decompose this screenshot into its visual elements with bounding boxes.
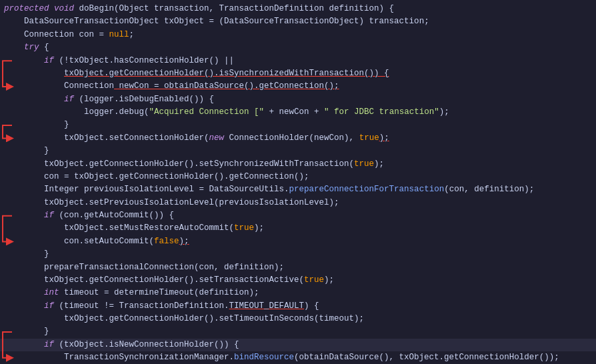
line-3: Connection con = null; — [0, 29, 596, 41]
line-11: txObject.setConnectionHolder(new Connect… — [0, 132, 596, 145]
line-21: prepareTransactionalConnection(con, defi… — [0, 261, 596, 274]
line-23: int timeout = determineTimeout(definitio… — [0, 287, 596, 299]
line-25: txObject.getConnectionHolder().setTimeou… — [0, 313, 596, 325]
line-15: Integer previousIsolationLevel = DataSou… — [0, 183, 596, 196]
line-9: logger.debug("Acquired Connection [" + n… — [0, 106, 596, 119]
line-1: protected void doBegin(Object transactio… — [0, 3, 596, 15]
line-8: if (logger.isDebugEnabled()) { — [0, 93, 596, 106]
line-24: if (timeout != TransactionDefinition.TIM… — [0, 300, 596, 313]
line-26: } — [0, 325, 596, 338]
line-7: Connection newCon = obtainDataSource().g… — [0, 80, 596, 93]
code-area: protected void doBegin(Object transactio… — [0, 0, 596, 364]
line-14: con = txObject.getConnectionHolder().get… — [0, 171, 596, 183]
line-5: if (!txObject.hasConnectionHolder() || — [0, 55, 596, 67]
line-13: txObject.getConnectionHolder().setSynchr… — [0, 158, 596, 171]
line-19: con.setAutoCommit(false); — [0, 235, 596, 248]
line-2: DataSourceTransactionObject txObject = (… — [0, 15, 596, 28]
line-28: TransactionSynchronizationManager.bindRe… — [0, 351, 596, 364]
line-20: } — [0, 248, 596, 261]
line-16: txObject.setPreviousIsolationLevel(previ… — [0, 197, 596, 209]
line-27: if (txObject.isNewConnectionHolder()) { — [0, 339, 596, 351]
line-17: if (con.getAutoCommit()) { — [0, 209, 596, 222]
line-18: txObject.setMustRestoreAutoCommit(true); — [0, 222, 596, 235]
line-10: } — [0, 119, 596, 131]
line-6: txObject.getConnectionHolder().isSynchro… — [0, 67, 596, 80]
line-22: txObject.getConnectionHolder().setTransa… — [0, 274, 596, 287]
line-12: } — [0, 145, 596, 157]
line-4: try { — [0, 41, 596, 54]
code-viewer: protected void doBegin(Object transactio… — [0, 0, 596, 364]
